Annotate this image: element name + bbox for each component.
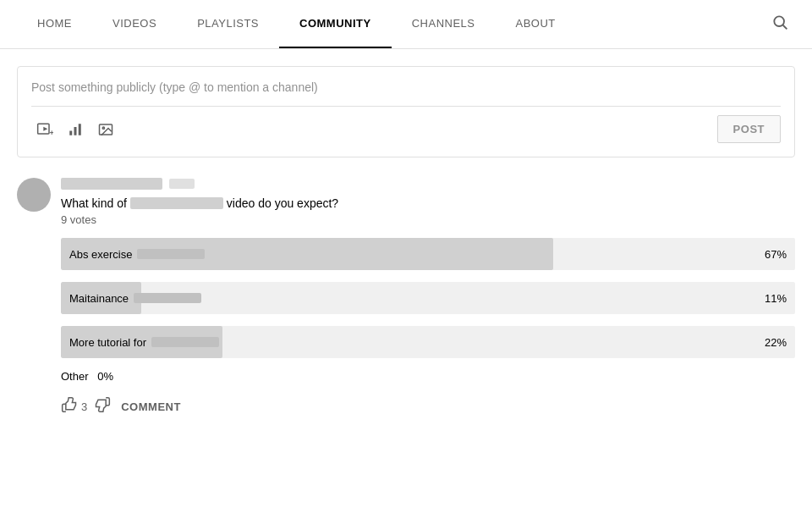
post-toolbar: + POST	[31, 115, 781, 143]
question-suffix: video do you expect?	[227, 196, 338, 210]
svg-point-9	[102, 127, 104, 129]
community-section: What kind of video do you expect? 9 vote…	[0, 157, 812, 438]
poll-other-label: Other	[61, 370, 89, 383]
nav-home[interactable]: HOME	[17, 0, 92, 48]
poll-pct-1: 67%	[765, 248, 787, 261]
poll-other-pct: 0%	[97, 370, 113, 383]
nav-channels[interactable]: CHANNELS	[392, 0, 496, 48]
post-question: What kind of video do you expect?	[61, 196, 795, 210]
post-actions: 3 COMMENT	[61, 396, 795, 417]
poll-label-1: Abs exercise	[61, 248, 205, 261]
nav-about[interactable]: ABOUT	[496, 0, 576, 48]
thumbs-down-icon	[94, 396, 111, 417]
poll-pct-3: 22%	[765, 336, 787, 349]
nav-community[interactable]: COMMUNITY	[279, 0, 392, 48]
poll-label-2: Maitainance	[61, 292, 201, 305]
poll-label-blur-3	[151, 337, 219, 347]
question-prefix: What kind of	[61, 196, 127, 210]
votes-count: 9 votes	[61, 213, 795, 226]
post-box: Post something publicly (type @ to menti…	[17, 66, 795, 157]
svg-rect-7	[79, 124, 81, 135]
author-date	[169, 179, 195, 189]
svg-marker-3	[43, 126, 47, 130]
post-container: What kind of video do you expect? 9 vote…	[17, 178, 795, 417]
svg-rect-6	[74, 127, 77, 135]
nav-playlists[interactable]: PLAYLISTS	[177, 0, 279, 48]
search-icon[interactable]	[765, 3, 795, 45]
post-placeholder[interactable]: Post something publicly (type @ to menti…	[31, 80, 781, 107]
post-content: What kind of video do you expect? 9 vote…	[61, 178, 795, 417]
svg-rect-5	[69, 130, 72, 135]
dislike-button[interactable]	[94, 396, 111, 417]
image-icon[interactable]	[92, 116, 119, 143]
poll-option-3[interactable]: More tutorial for 22%	[61, 326, 795, 358]
avatar	[17, 178, 51, 212]
poll-label-blur-1	[137, 249, 205, 259]
like-button[interactable]: 3	[61, 396, 87, 417]
like-count: 3	[81, 400, 87, 413]
poll-icon[interactable]	[62, 116, 89, 143]
poll-option-1[interactable]: Abs exercise 67%	[61, 238, 795, 270]
add-video-icon[interactable]: +	[31, 116, 58, 143]
nav-videos[interactable]: VIDEOS	[92, 0, 177, 48]
poll-option-2[interactable]: Maitainance 11%	[61, 282, 795, 314]
nav-bar: HOME VIDEOS PLAYLISTS COMMUNITY CHANNELS…	[0, 0, 812, 49]
poll-label-3: More tutorial for	[61, 336, 219, 349]
question-subject-blur	[130, 197, 223, 209]
svg-point-0	[774, 16, 784, 26]
author-row	[61, 178, 795, 190]
svg-line-1	[783, 25, 787, 30]
svg-text:+: +	[50, 128, 53, 136]
thumbs-up-icon	[61, 396, 78, 417]
poll-pct-2: 11%	[765, 292, 787, 305]
comment-button[interactable]: COMMENT	[121, 400, 181, 413]
poll-option-4[interactable]: Other 0%	[61, 370, 795, 383]
post-button[interactable]: POST	[717, 115, 781, 143]
poll-label-blur-2	[134, 293, 201, 303]
author-name	[61, 178, 162, 190]
